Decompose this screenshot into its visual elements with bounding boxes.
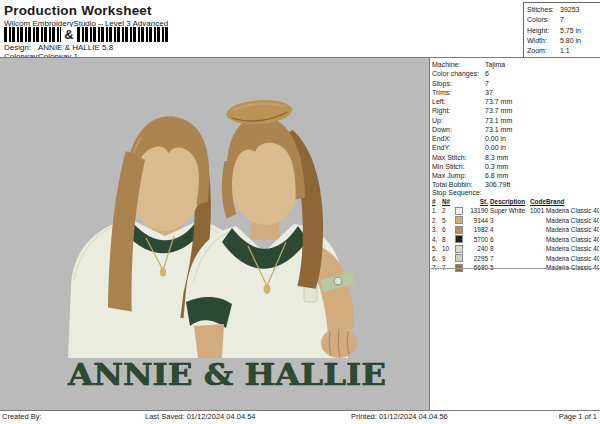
cell-brand: Madeira Classic 40 (546, 235, 599, 245)
machine-info-label: Trims: (432, 88, 485, 97)
machine-info-label: EndX: (432, 134, 485, 143)
design-label: Design: (4, 43, 38, 52)
cell-num: 2. (432, 216, 442, 226)
summary-row: Height: 5.75 in (527, 26, 600, 36)
cell-stitches: 2295 (466, 254, 490, 264)
footer-page-number: Page 1 of 1 (559, 412, 597, 422)
design-barcode: & (4, 27, 170, 42)
cell-num: 6. (432, 254, 442, 264)
col-brand: Brand (546, 198, 599, 207)
footer-divider (0, 410, 600, 411)
cell-needle: 6 (442, 226, 455, 236)
col-code: Code (530, 198, 546, 207)
machine-info-value: 0.00 in (485, 134, 506, 143)
cell-description: 6 (490, 235, 530, 245)
machine-info-label: Stops: (432, 79, 485, 88)
embroidery-artwork: ANNIE & HALLIE (58, 100, 396, 398)
page-title: Production Worksheet (4, 3, 152, 18)
col-needle: N# (442, 198, 455, 207)
machine-info-row: Max Stitch: 8.3 mm (432, 153, 598, 162)
machine-info-value: 73.7 mm (485, 97, 512, 106)
cell-needle: 5 (442, 216, 455, 226)
machine-info-value: 6 (485, 69, 489, 78)
cell-brand: Madeira Classic 40 (546, 254, 599, 264)
cell-code (530, 254, 546, 264)
summary-label: Height: (527, 26, 560, 36)
machine-info-label: Max Jump: (432, 171, 485, 180)
machine-info-label: Min Stitch: (432, 162, 485, 171)
summary-row: Width: 5.80 in (527, 36, 600, 46)
thread-color-swatch (455, 245, 463, 253)
cell-num: 3. (432, 226, 442, 236)
barcode-bars-left (4, 27, 61, 42)
design-caption-text: ANNIE & HALLIE (67, 357, 386, 392)
machine-info-label: Color changes: (432, 69, 485, 78)
thread-color-swatch (455, 216, 463, 224)
cell-needle: 10 (442, 245, 455, 255)
cell-num: 1. (432, 207, 442, 217)
stop-sequence-divider (429, 268, 600, 269)
machine-info-value: 37 (485, 88, 493, 97)
machine-info-row: Left: 73.7 mm (432, 97, 598, 106)
machine-info-row: Min Stitch: 0.3 mm (432, 162, 598, 171)
machine-info-label: Right: (432, 106, 485, 115)
cell-swatch (455, 207, 466, 217)
footer-printed: Printed: 01/12/2024 04.04.56 (351, 412, 448, 422)
machine-info-label: Up: (432, 116, 485, 125)
machine-info-value: 73.1 mm (485, 116, 512, 125)
machine-info-value: 0.3 mm (485, 162, 508, 171)
col-stitches: St. (466, 198, 490, 207)
design-canvas: ANNIE & HALLIE (0, 58, 429, 410)
cell-brand: Madeira Classic 40 (546, 226, 599, 236)
cell-stitches: 9144 (466, 216, 490, 226)
cell-stitches: 13190 (466, 207, 490, 217)
machine-info-value: 73.7 mm (485, 106, 512, 115)
girl-left-necklace-pendant (160, 268, 166, 277)
machine-info-list: Machine: Tajima Color changes: 6 Stops: … (432, 60, 598, 190)
cell-description: Super White (490, 207, 530, 217)
cell-code: 1001 (530, 207, 546, 217)
thread-color-swatch (455, 235, 463, 243)
machine-info-value: 7 (485, 79, 489, 88)
cell-num: 5. (432, 245, 442, 255)
stop-sequence-table: # N# St. Description Code Brand 1. 2 131… (432, 198, 599, 273)
cell-code (530, 216, 546, 226)
col-swatch (455, 198, 466, 207)
machine-info-value: 306.79ft (485, 180, 510, 189)
machine-info-value: 0.00 in (485, 143, 506, 152)
cell-description: 8 (490, 245, 530, 255)
cell-stitches: 1982 (466, 226, 490, 236)
cell-swatch (455, 245, 466, 255)
summary-value: 7 (560, 15, 564, 25)
barcode-ampersand: & (61, 27, 77, 42)
stop-sequence-row: 1. 2 13190 Super White 1001 Madeira Clas… (432, 207, 599, 217)
machine-info-row: Right: 73.7 mm (432, 106, 598, 115)
machine-info-row: EndY: 0.00 in (432, 143, 598, 152)
machine-info-value: 8.3 mm (485, 153, 508, 162)
design-value: ANNIE & HALLIE 5.8 (38, 43, 113, 52)
machine-info-label: Machine: (432, 60, 485, 69)
cell-brand: Madeira Classic 40 (546, 216, 599, 226)
barcode-bars-right (77, 27, 170, 42)
machine-info-row: Machine: Tajima (432, 60, 598, 69)
cell-swatch (455, 235, 466, 245)
machine-info-row: Up: 73.1 mm (432, 116, 598, 125)
cell-brand: Madeira Classic 40 (546, 245, 599, 255)
machine-info-label: Down: (432, 125, 485, 134)
stop-sequence-title: Stop Sequence: (432, 189, 482, 196)
cell-brand: Madeira Classic 40 (546, 207, 599, 217)
summary-value: 5.80 in (560, 36, 581, 46)
col-num: # (432, 198, 442, 207)
machine-info-value: 73.1 mm (485, 125, 512, 134)
summary-label: Stitches: (527, 5, 560, 15)
stop-sequence-row: 5. 10 240 8 Madeira Classic 40 (432, 245, 599, 255)
design-name-row: Design: ANNIE & HALLIE 5.8 (4, 43, 113, 52)
cell-swatch (455, 226, 466, 236)
stop-sequence-row: 4. 8 5700 6 Madeira Classic 40 (432, 235, 599, 245)
design-summary-box: Stitches: 39253 Colors: 7 Height: 5.75 i… (523, 2, 600, 61)
cell-code (530, 226, 546, 236)
stop-sequence-row: 3. 6 1982 4 Madeira Classic 40 (432, 226, 599, 236)
cell-description: 7 (490, 254, 530, 264)
machine-info-row: Max Jump: 6.8 mm (432, 171, 598, 180)
summary-row: Zoom: 1:1 (527, 46, 600, 56)
